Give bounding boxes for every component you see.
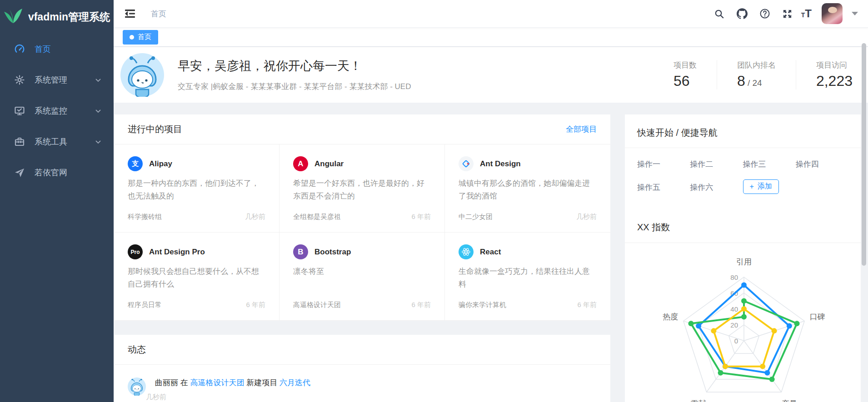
active-dot-icon <box>130 35 134 40</box>
svg-text:贡献: 贡献 <box>691 399 706 402</box>
sidebar-item-label: 首页 <box>35 44 51 55</box>
svg-text:口碑: 口碑 <box>810 313 825 321</box>
all-projects-link[interactable]: 全部项目 <box>566 124 597 134</box>
sidebar-fold-icon[interactable] <box>124 7 136 20</box>
project-time: 6 年前 <box>246 301 265 309</box>
monitor-icon <box>14 105 25 117</box>
projects-card-header: 进行中的项目 全部项目 <box>114 114 610 144</box>
project-card-antdesign[interactable]: Ant Design 城镇中有那么多的酒馆，她却偏偏走进了我的酒馆 中二少女团 … <box>445 144 610 233</box>
projects-title: 进行中的项目 <box>128 123 182 135</box>
greeting-title: 早安，吴彦祖，祝你开心每一天！ <box>178 58 411 74</box>
svg-text:热度: 热度 <box>663 313 678 321</box>
alipay-logo-icon: 支 <box>128 156 143 171</box>
sidebar: vfadmin管理系统 首页 系统管理 <box>0 0 114 402</box>
project-card-react[interactable]: React 生命就像一盒巧克力，结果往往出人意料 骗你来学计算机 6 年前 <box>445 233 610 321</box>
project-time: 几秒前 <box>245 213 265 221</box>
divider <box>625 243 861 243</box>
vertical-scrollbar[interactable] <box>862 43 866 266</box>
quick-link-1[interactable]: 操作一 <box>637 159 690 169</box>
fullscreen-icon[interactable] <box>778 5 797 23</box>
radar-chart: 020406080引用口碑产量贡献热度 <box>625 248 861 402</box>
app-logo[interactable]: vfadmin管理系统 <box>0 0 114 34</box>
project-card-angular[interactable]: A Angular 希望是一个好东西，也许是最好的，好东西是不会消亡的 全组都是… <box>279 144 445 233</box>
breadcrumb[interactable]: 首页 <box>151 9 166 19</box>
projects-card: 进行中的项目 全部项目 支 Alipay 那是一种内在的东西，他们到达不了，也无… <box>114 114 610 320</box>
page-header: 早安，吴彦祖，祝你开心每一天！ 交互专家 |蚂蚁金服 - 某某某事业群 - 某某… <box>114 47 868 103</box>
left-column: 进行中的项目 全部项目 支 Alipay 那是一种内在的东西，他们到达不了，也无… <box>114 114 610 402</box>
search-icon[interactable] <box>710 5 728 23</box>
svg-text:0: 0 <box>734 337 738 345</box>
svg-text:产量: 产量 <box>782 399 797 402</box>
sidebar-menu: 首页 系统管理 系统监控 <box>0 34 114 188</box>
user-avatar[interactable] <box>822 3 843 24</box>
project-card-antdesignpro[interactable]: Pro Ant Design Pro 那时候我只会想自己想要什么，从不想自己拥有… <box>114 233 279 321</box>
projects-grid: 支 Alipay 那是一种内在的东西，他们到达不了，也无法触及的 科学搬砖组 几… <box>114 144 610 321</box>
radar-chart-area: 020406080引用口碑产量贡献热度 <box>625 248 861 402</box>
plus-icon: + <box>750 183 754 191</box>
caret-down-icon[interactable] <box>852 12 858 15</box>
project-time: 6 年前 <box>411 213 431 221</box>
main-area: 首页 TT <box>114 0 868 402</box>
side-panel-card: 快速开始 / 便捷导航 操作一 操作二 操作三 操作四 操作五 操作六 + 添加… <box>625 114 861 402</box>
github-icon[interactable] <box>733 5 751 23</box>
toolbox-icon <box>14 136 25 148</box>
quick-link-3[interactable]: 操作三 <box>743 159 796 169</box>
quick-link-2[interactable]: 操作二 <box>690 159 743 169</box>
app-title: vfadmin管理系统 <box>28 10 110 24</box>
sidebar-item-home[interactable]: 首页 <box>0 34 114 65</box>
activity-item: 曲丽丽 在 高逼格设计天团 新建项目 六月迭代 几秒前 <box>114 365 610 402</box>
gear-icon <box>14 74 25 86</box>
chevron-down-icon <box>95 138 102 145</box>
sidebar-item-label: 系统管理 <box>35 74 67 85</box>
dashboard-icon <box>14 43 25 55</box>
screen: vfadmin管理系统 首页 系统管理 <box>0 0 868 402</box>
project-team: 科学搬砖组 <box>128 213 162 221</box>
quick-start-title: 快速开始 / 便捷导航 <box>625 114 861 148</box>
xx-index-title: XX 指数 <box>625 194 861 243</box>
project-time: 6 年前 <box>411 301 431 309</box>
quick-link-4[interactable]: 操作四 <box>796 159 848 169</box>
activity-card-header: 动态 <box>114 335 610 364</box>
greeting-subtitle: 交互专家 |蚂蚁金服 - 某某某事业群 - 某某平台部 - 某某技术部 - UE… <box>178 81 411 92</box>
add-button[interactable]: + 添加 <box>743 179 779 194</box>
header-stats: 项目数 56 团队内排名 8 / 24 项目访问 2,223 <box>653 60 868 89</box>
activity-user: 曲丽丽 <box>155 378 178 387</box>
ant-design-logo-icon <box>459 156 474 171</box>
project-team: 骗你来学计算机 <box>459 301 506 309</box>
activity-avatar <box>128 377 146 396</box>
leaf-logo-icon <box>4 8 23 25</box>
tag-label: 首页 <box>138 33 151 41</box>
stat-project-visits: 项目访问 2,223 <box>796 60 860 89</box>
activity-card: 动态 曲丽丽 在 高逼格设计天团 新建项目 六月迭代 <box>114 335 610 402</box>
stat-project-count: 项目数 56 <box>653 60 717 89</box>
mascot-avatar <box>120 53 164 97</box>
project-time: 6 年前 <box>577 301 597 309</box>
activity-group-link[interactable]: 高逼格设计天团 <box>190 378 244 387</box>
activity-project-link[interactable]: 六月迭代 <box>279 378 310 387</box>
font-size-icon[interactable]: TT <box>801 7 812 20</box>
ant-design-pro-logo-icon: Pro <box>128 244 143 259</box>
sidebar-item-official-site[interactable]: 若依官网 <box>0 157 114 188</box>
quick-link-5[interactable]: 操作五 <box>637 182 690 194</box>
sidebar-item-system-monitor[interactable]: 系统监控 <box>0 95 114 126</box>
svg-text:引用: 引用 <box>736 258 752 266</box>
project-card-alipay[interactable]: 支 Alipay 那是一种内在的东西，他们到达不了，也无法触及的 科学搬砖组 几… <box>114 144 279 233</box>
svg-text:20: 20 <box>730 321 738 329</box>
sidebar-item-label: 系统监控 <box>35 105 67 116</box>
paper-plane-icon <box>14 167 25 179</box>
greeting-block: 早安，吴彦祖，祝你开心每一天！ 交互专家 |蚂蚁金服 - 某某某事业群 - 某某… <box>178 58 411 92</box>
project-team: 全组都是吴彦祖 <box>293 213 341 221</box>
help-icon[interactable] <box>756 5 774 23</box>
react-logo-icon <box>459 244 474 259</box>
quick-links-grid: 操作一 操作二 操作三 操作四 操作五 操作六 + 添加 <box>625 148 861 194</box>
navbar-actions: TT <box>710 3 858 24</box>
project-team: 程序员日常 <box>128 301 162 309</box>
project-time: 几秒前 <box>576 213 597 221</box>
activity-text: 曲丽丽 在 高逼格设计天团 新建项目 六月迭代 <box>155 377 310 388</box>
sidebar-item-system-tools[interactable]: 系统工具 <box>0 126 114 157</box>
project-team: 高逼格设计天团 <box>293 301 341 309</box>
sidebar-item-system-manage[interactable]: 系统管理 <box>0 65 114 95</box>
tag-home[interactable]: 首页 <box>123 30 158 45</box>
quick-link-6[interactable]: 操作六 <box>690 182 743 194</box>
project-card-bootstrap[interactable]: B Bootstrap 凛冬将至 高逼格设计天团 6 年前 <box>279 233 445 321</box>
